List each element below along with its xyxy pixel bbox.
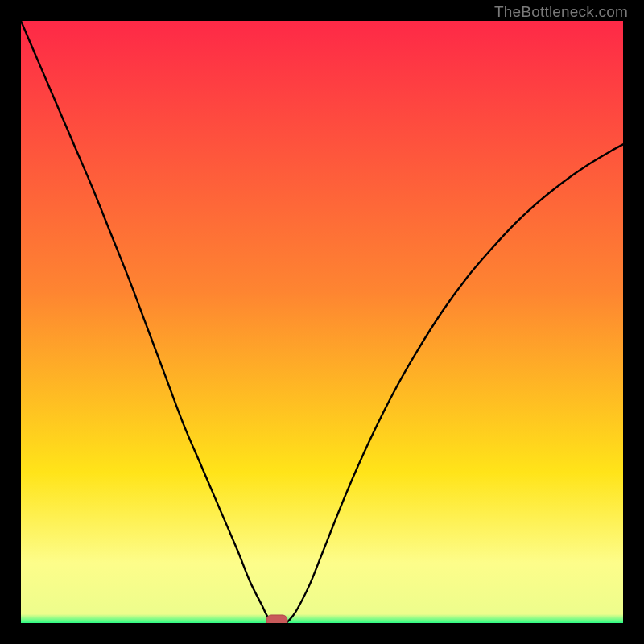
watermark-text: TheBottleneck.com — [494, 3, 628, 21]
gradient-background — [21, 21, 623, 623]
optimal-marker — [266, 615, 287, 623]
plot-area — [21, 21, 623, 623]
bottleneck-chart — [21, 21, 623, 623]
chart-frame: TheBottleneck.com — [0, 0, 644, 644]
